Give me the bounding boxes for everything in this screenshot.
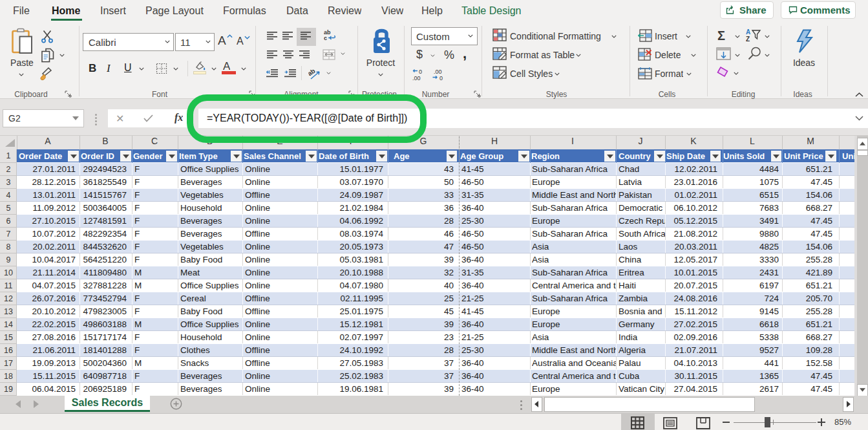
svg-text:.00: .00	[434, 69, 442, 75]
svg-text:.00: .00	[412, 75, 421, 81]
svg-text:Z: Z	[746, 36, 750, 43]
svg-text:0: 0	[419, 69, 422, 75]
svg-text:c: c	[324, 35, 327, 41]
svg-text:0: 0	[439, 75, 443, 81]
svg-text:A: A	[746, 28, 750, 36]
